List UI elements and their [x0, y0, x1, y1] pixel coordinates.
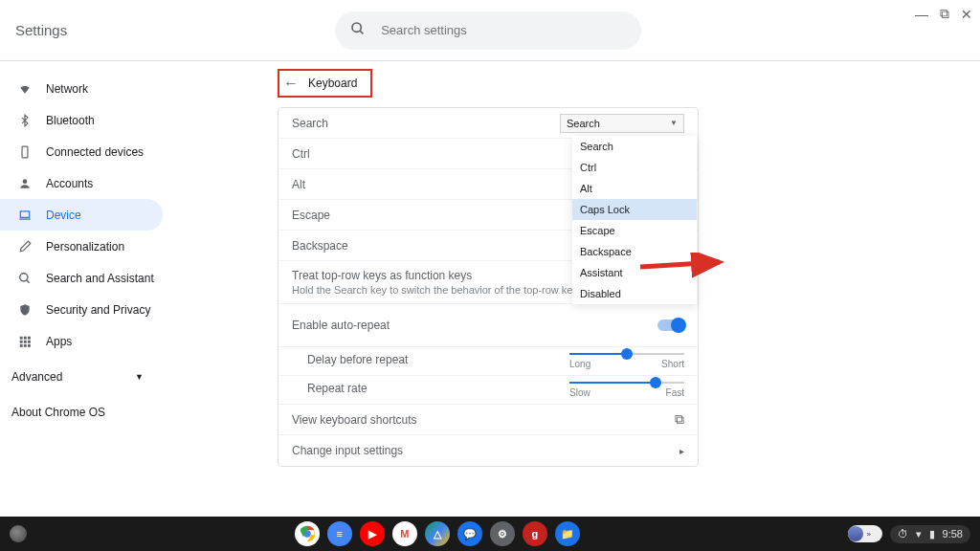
svg-rect-12	[24, 340, 27, 342]
change-input-link[interactable]: Change input settings ▸	[278, 435, 698, 466]
sidebar-advanced[interactable]: Advanced ▼	[0, 361, 163, 392]
sidebar-item-device[interactable]: Device	[0, 199, 163, 231]
page-title: Keyboard	[308, 77, 357, 90]
docs-icon[interactable]: ≡	[327, 521, 352, 546]
header: Settings	[0, 0, 980, 61]
svg-rect-11	[20, 340, 23, 342]
svg-rect-15	[24, 343, 27, 346]
sidebar-item-bluetooth[interactable]: Bluetooth	[0, 104, 163, 136]
person-icon	[17, 177, 33, 190]
sidebar: Network Bluetooth Connected devices Acco…	[0, 61, 163, 517]
minimize-icon[interactable]: —	[915, 7, 928, 22]
content: ← Keyboard Search Search ▼ Ctrl Alt Esca…	[163, 61, 980, 517]
dropdown-item-disabled[interactable]: Disabled	[572, 283, 697, 304]
svg-rect-9	[24, 336, 27, 339]
close-icon[interactable]: ✕	[961, 7, 972, 22]
chevron-down-icon: ▼	[670, 119, 678, 127]
svg-rect-14	[20, 343, 23, 346]
sidebar-item-network[interactable]: Network	[0, 73, 163, 104]
back-arrow-icon[interactable]: ←	[283, 75, 299, 92]
svg-rect-8	[20, 336, 23, 339]
row-auto-repeat: Enable auto-repeat	[278, 304, 698, 347]
brush-icon	[17, 240, 33, 253]
svg-rect-4	[20, 210, 29, 216]
svg-rect-2	[22, 146, 28, 158]
svg-point-3	[23, 179, 28, 184]
dropdown-item-alt[interactable]: Alt	[572, 178, 697, 199]
window-controls: — ⧉ ✕	[915, 6, 972, 22]
search-icon	[350, 21, 366, 40]
svg-rect-13	[28, 340, 31, 342]
gmail-icon[interactable]: M	[392, 521, 417, 546]
shelf: ≡ ▶ M △ 💬 ⚙ g 📁 » ⏱ ▾ ▮ 9:58	[0, 517, 980, 551]
search-icon	[17, 272, 33, 285]
laptop-icon	[17, 209, 33, 222]
dropdown-item-assistant[interactable]: Assistant	[572, 262, 697, 283]
rate-block: Repeat rate Slow Fast	[278, 376, 698, 405]
clock: 9:58	[943, 528, 963, 540]
rate-slider[interactable]	[569, 382, 684, 384]
dropdown-item-capslock[interactable]: Caps Lock	[572, 199, 697, 220]
search-bar[interactable]	[335, 11, 641, 50]
wifi-icon	[17, 82, 33, 96]
delay-block: Delay before repeat Long Short	[278, 347, 698, 376]
page-header: ← Keyboard	[278, 69, 372, 98]
search-key-dropdown: Search Ctrl Alt Caps Lock Escape Backspa…	[572, 136, 697, 304]
svg-line-7	[27, 279, 30, 282]
bluetooth-icon	[17, 114, 33, 127]
svg-point-0	[352, 23, 361, 32]
dropdown-item-escape[interactable]: Escape	[572, 220, 697, 241]
sidebar-item-personalization[interactable]: Personalization	[0, 231, 163, 262]
wifi-status-icon: ▾	[916, 528, 922, 540]
battery-icon: ▮	[929, 528, 935, 540]
settings-icon[interactable]: ⚙	[490, 521, 515, 546]
shelf-apps: ≡ ▶ M △ 💬 ⚙ g 📁	[27, 521, 848, 546]
svg-rect-10	[28, 336, 31, 339]
chevron-right-icon: ▸	[679, 446, 684, 456]
apps-icon	[17, 335, 33, 348]
chevron-down-icon: ▼	[135, 372, 144, 382]
external-link-icon: ⧉	[675, 411, 684, 428]
svg-line-1	[360, 31, 363, 33]
user-switch[interactable]: »	[848, 525, 882, 542]
youtube-icon[interactable]: ▶	[360, 521, 385, 546]
launcher-button[interactable]	[10, 525, 27, 542]
notifications-icon: ⏱	[898, 528, 908, 540]
search-input[interactable]	[381, 23, 626, 37]
dropdown-item-search[interactable]: Search	[572, 136, 697, 157]
svg-rect-16	[28, 343, 31, 346]
sidebar-item-security[interactable]: Security and Privacy	[0, 294, 163, 325]
sidebar-item-apps[interactable]: Apps	[0, 325, 163, 357]
sidebar-about[interactable]: About Chrome OS	[0, 406, 163, 419]
dropdown-item-ctrl[interactable]: Ctrl	[572, 157, 697, 178]
row-search: Search Search ▼	[278, 108, 698, 139]
search-key-select[interactable]: Search ▼	[560, 114, 684, 133]
restore-icon[interactable]: ⧉	[940, 6, 949, 22]
app-g-icon[interactable]: g	[523, 521, 547, 546]
auto-repeat-toggle[interactable]	[657, 320, 684, 331]
view-shortcuts-link[interactable]: View keyboard shortcuts ⧉	[278, 405, 698, 435]
sidebar-item-accounts[interactable]: Accounts	[0, 167, 163, 199]
svg-point-6	[20, 273, 28, 280]
dropdown-item-backspace[interactable]: Backspace	[572, 241, 697, 262]
phone-icon	[17, 145, 33, 159]
chrome-icon[interactable]	[295, 521, 320, 546]
sidebar-item-search-assistant[interactable]: Search and Assistant	[0, 262, 163, 294]
sidebar-item-connected[interactable]: Connected devices	[0, 136, 163, 167]
files-icon[interactable]: 📁	[555, 521, 580, 546]
status-area[interactable]: » ⏱ ▾ ▮ 9:58	[848, 525, 970, 543]
drive-icon[interactable]: △	[425, 521, 450, 546]
app-title: Settings	[15, 22, 67, 38]
shield-icon	[17, 303, 33, 317]
messages-icon[interactable]: 💬	[457, 521, 482, 546]
delay-slider[interactable]	[569, 353, 684, 355]
